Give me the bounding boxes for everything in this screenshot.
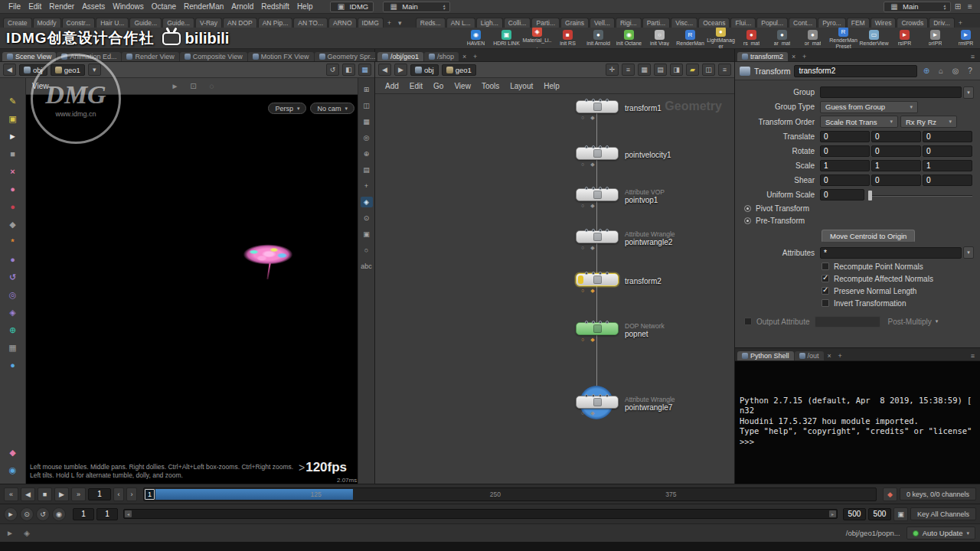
shelf-tool[interactable]: ● rs_mat — [737, 30, 766, 47]
network-overview-icon[interactable]: ✛ — [606, 64, 619, 76]
shelf-tab[interactable]: Ligh... — [476, 18, 503, 28]
viewport-tool-icon[interactable]: ● — [7, 201, 19, 213]
python-shell-output[interactable]: Python 2.7.15 (default, Apr 8 2019, 15:3… — [735, 361, 980, 484]
group-select-icon[interactable]: ▾ — [963, 86, 974, 99]
node-flag-badges[interactable]: ○ ◆ — [581, 161, 597, 168]
viewport-tool-icon[interactable]: ◆ — [7, 218, 19, 230]
shelf-tab[interactable]: Oceans — [698, 18, 730, 28]
viewport-display-icon[interactable]: ◈ — [361, 197, 373, 207]
snapshot-icon[interactable]: ◫ — [702, 64, 715, 76]
viewport-tool-icon[interactable]: ● — [7, 183, 19, 195]
viewport-3d[interactable]: Persp ▾ No cam ▾ Left mouse tumbles. Mid… — [26, 95, 358, 484]
update-mode-button[interactable]: Auto Update ▾ — [906, 527, 975, 540]
sticky-note-icon[interactable]: ▰ — [686, 64, 699, 76]
shelf-tab[interactable]: Constr... — [62, 18, 96, 28]
network-node[interactable]: pointvelocity1 ○ ◆ — [576, 147, 729, 162]
viewport-display-icon[interactable]: + — [361, 181, 373, 191]
viewport-tool-icon[interactable]: ▦ — [7, 341, 19, 354]
network-menu-item[interactable]: Add — [380, 82, 404, 90]
network-node[interactable]: transform2 ○ ◆ — [576, 273, 729, 289]
scale-z-field[interactable]: 1 — [923, 160, 972, 171]
rotate-order-combo[interactable]: Rx Ry Rz▾ — [900, 116, 957, 128]
shelf-tab[interactable]: Flui... — [730, 18, 756, 28]
viewport-tool-icon[interactable]: * — [7, 236, 19, 248]
pane-tab[interactable]: /shop — [424, 52, 459, 61]
timeline[interactable]: 125250375 1 — [143, 487, 877, 501]
prev-frame-button[interactable]: ‹ — [113, 487, 124, 501]
path-obj-chip[interactable]: obj — [19, 64, 47, 76]
group-type-combo[interactable]: Guess from Group▾ — [820, 101, 918, 113]
shelf-tab[interactable]: Guide... — [162, 18, 194, 28]
transform-order-combo[interactable]: Scale Rot Trans▾ — [820, 116, 898, 128]
shelf-menu-icon[interactable]: ▾ — [395, 18, 405, 28]
translate-x-field[interactable]: 0 — [820, 131, 870, 142]
shelf-tab[interactable]: AN L... — [446, 18, 475, 28]
translate-y-field[interactable]: 0 — [871, 131, 921, 142]
playback-start-field[interactable]: 1 — [96, 508, 118, 520]
node-flag-badges[interactable]: ○ ◆ — [581, 288, 597, 294]
shelf-tab[interactable]: Pyro... — [818, 18, 846, 28]
network-node[interactable]: transform1 ○ ◆ — [576, 100, 729, 116]
stop-button[interactable]: ■ — [38, 487, 52, 501]
message-log-icon[interactable]: ► — [5, 528, 15, 539]
viewport-tool-icon[interactable]: ⊕ — [7, 324, 19, 336]
shelf-tab[interactable]: Visc... — [671, 18, 697, 28]
shelf-tab[interactable]: Crowds — [897, 18, 928, 28]
pane-tab[interactable]: Motion FX View — [248, 52, 314, 61]
node-flag-badges[interactable]: ○ ◆ — [581, 410, 597, 416]
pane-tab[interactable]: Scene View — [2, 52, 56, 61]
key-all-channels-button[interactable]: Key All Channels — [910, 507, 976, 520]
shelf-tool[interactable]: ► orIPR — [920, 30, 950, 47]
pane-menu-icon[interactable]: ≡ — [968, 51, 978, 61]
scale-y-field[interactable]: 1 — [871, 160, 921, 171]
path-back-icon[interactable]: ◀ — [3, 64, 16, 76]
menu-item[interactable]: Redshift — [257, 2, 293, 11]
viewport-display-icon[interactable]: ▦ — [361, 116, 373, 127]
node-body[interactable] — [576, 147, 619, 160]
shelf-tab[interactable]: AN DOP — [223, 18, 257, 28]
shelf-tool[interactable]: R RenderMan Preset Brow... — [828, 28, 858, 49]
recook-icon[interactable]: ↺ — [326, 64, 339, 76]
menu-item[interactable]: Assets — [78, 2, 109, 11]
menu-item[interactable]: Edit — [24, 2, 45, 11]
close-tab-icon[interactable]: × — [825, 350, 835, 360]
attributes-field[interactable]: * — [820, 247, 962, 259]
attributes-select-icon[interactable]: ▾ — [963, 246, 974, 259]
section-toggle-icon[interactable] — [744, 217, 751, 224]
menu-item[interactable]: RenderMan — [180, 2, 227, 11]
follow-playbar-icon[interactable]: ► — [4, 507, 18, 521]
shelf-tool[interactable]: ● or_mat — [798, 30, 828, 47]
menu-item[interactable]: Render — [45, 2, 78, 11]
viewport-display-icon[interactable]: ⊙ — [361, 213, 373, 223]
pane-tab[interactable]: Python Shell — [737, 351, 794, 360]
box-select-icon[interactable]: ⊡ — [188, 81, 199, 92]
play-button[interactable]: ▶ — [54, 487, 69, 501]
view-projection-menu[interactable]: Persp ▾ — [268, 103, 306, 114]
viewport-tool-icon[interactable]: ► — [7, 130, 19, 142]
section-toggle-icon[interactable] — [744, 205, 751, 212]
network-node[interactable]: Attribute VOP pointvop1 ○ ◆ — [576, 188, 729, 204]
node-flag-badges[interactable]: ○ ◆ — [581, 115, 597, 121]
pane-tab[interactable]: transform2 — [737, 52, 788, 61]
viewport-display-icon[interactable]: ⊕ — [361, 148, 373, 159]
viewport-display-icon[interactable]: abc — [361, 261, 373, 272]
pane-tab[interactable]: Render View — [122, 52, 178, 61]
close-tab-icon[interactable]: × — [789, 51, 799, 61]
shelf-tool[interactable]: ● ar_mat — [767, 30, 797, 47]
close-tab-icon[interactable]: × — [459, 51, 469, 61]
path-dropdown-icon[interactable]: ▾ — [88, 64, 101, 76]
auto-key-icon[interactable]: ⊙ — [20, 507, 34, 521]
pane-menu-icon[interactable]: ≡ — [968, 350, 978, 360]
network-menu-item[interactable]: Tools — [476, 82, 505, 90]
desktop-selector[interactable]: ▦ Main ▴▾ — [383, 2, 450, 12]
play-reverse-button[interactable]: ◀ — [21, 487, 35, 501]
viewport-tool-icon[interactable]: ↺ — [7, 271, 19, 283]
network-menu-item[interactable]: Help — [538, 82, 565, 90]
menu-item[interactable]: Windows — [109, 2, 148, 11]
shelf-tool[interactable]: ▣ HDRI LINK — [492, 30, 521, 47]
shelf-add-icon[interactable]: + — [384, 18, 394, 28]
path-forward-icon[interactable]: ▶ — [394, 64, 407, 76]
viewport-tool-icon[interactable]: ◉ — [7, 464, 19, 476]
node-body[interactable] — [576, 188, 619, 201]
shear-x-field[interactable]: 0 — [820, 174, 870, 186]
